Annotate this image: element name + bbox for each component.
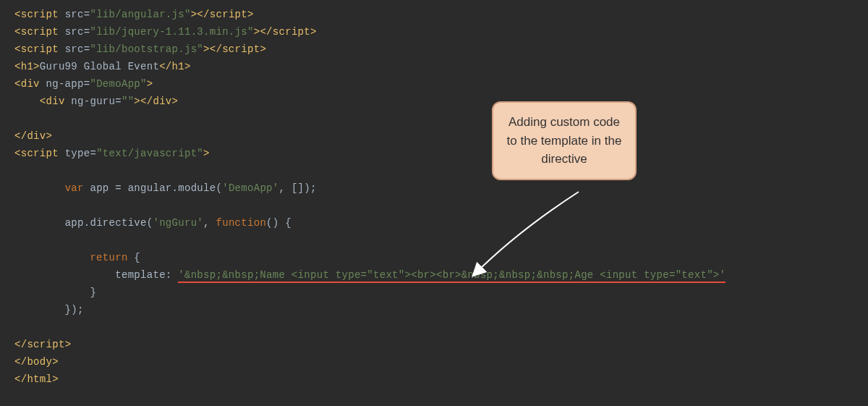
code-line-20: </script> [14,336,868,353]
code-line-4: <h1>Guru99 Global Event</h1> [14,58,868,75]
code-line-8: </div> [14,127,868,145]
code-line-17: } [14,284,868,301]
code-line-1: <script src="lib/angular.js"></script> [14,6,868,23]
code-line-7 [14,110,868,127]
template-value-underlined: '&nbsp;&nbsp;Name <input type="text"><br… [178,269,726,283]
code-line-2: <script src="lib/jquery-1.11.3.min.js"><… [14,23,868,41]
code-line-5: <div ng-app="DemoApp"> [14,75,868,93]
code-line-16: template: '&nbsp;&nbsp;Name <input type=… [14,266,868,284]
code-line-15: return { [14,249,868,266]
code-line-14 [14,232,868,249]
code-line-9: <script type="text/javascript"> [14,145,868,162]
code-line-22: </html> [14,371,868,388]
code-line-21: </body> [14,353,868,371]
annotation-text: Adding custom code to the template in th… [507,115,622,166]
code-line-6: <div ng-guru=""></div> [14,93,868,110]
code-line-10 [14,162,868,179]
code-line-19 [14,318,868,336]
code-line-11: var app = angular.module('DemoApp', []); [14,179,868,197]
annotation-arrow [463,188,608,297]
code-line-13: app.directive('ngGuru', function() { [14,214,868,232]
code-line-12 [14,197,868,214]
code-block: <script src="lib/angular.js"></script> <… [0,0,868,388]
code-line-3: <script src="lib/bootstrap.js"></script> [14,41,868,58]
code-line-18: }); [14,301,868,318]
annotation-callout: Adding custom code to the template in th… [492,101,637,180]
